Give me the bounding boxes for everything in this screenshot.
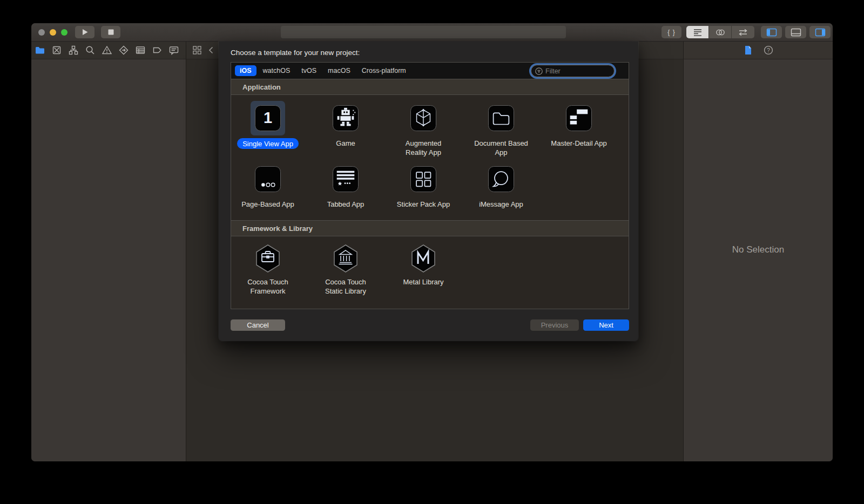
game-robot-icon (333, 105, 359, 131)
selected-template-highlight: 1 (251, 101, 285, 135)
filter-field[interactable] (531, 65, 615, 77)
activity-viewer (281, 26, 566, 38)
cancel-button[interactable]: Cancel (231, 319, 285, 331)
stop-icon (108, 29, 114, 35)
previous-button[interactable]: Previous (530, 319, 579, 331)
message-bubble-icon (488, 166, 514, 192)
toggle-inspector-panel-button[interactable] (809, 26, 831, 38)
tab-cross-platform[interactable]: Cross-platform (357, 65, 411, 76)
single-view-app-icon: 1 (255, 105, 281, 131)
help-inspector-tab-icon[interactable]: ? (763, 45, 774, 56)
library-button[interactable]: { } (662, 26, 681, 38)
assistant-editor-button[interactable] (709, 26, 732, 38)
bank-hexagon-icon (328, 243, 363, 274)
issue-navigator-tab[interactable] (98, 42, 115, 59)
ar-cube-icon (410, 105, 436, 131)
debug-navigator-tab[interactable] (132, 42, 148, 59)
braces-icon: { } (667, 29, 675, 36)
section-header-application: Application (231, 79, 629, 95)
back-chevron-icon[interactable] (207, 45, 215, 56)
speech-bubble-icon (168, 45, 179, 56)
no-selection-label: No Selection (684, 244, 833, 255)
right-panel-icon (815, 28, 826, 37)
inspector-panel: ? No Selection (683, 42, 833, 461)
template-page-based-app[interactable]: Page-Based App (229, 162, 307, 223)
sticker-grid-icon (410, 166, 436, 192)
standard-editor-button[interactable] (686, 26, 709, 38)
template-sticker-pack-app[interactable]: Sticker Pack App (384, 162, 462, 223)
filter-icon (535, 67, 543, 76)
panel-toggle-group (761, 26, 831, 38)
tab-macos[interactable]: macOS (323, 65, 355, 76)
run-button[interactable] (75, 26, 94, 38)
warning-triangle-icon (102, 45, 112, 56)
editor-mode-segmented-control (686, 26, 754, 38)
tab-watchos[interactable]: watchOS (258, 65, 295, 76)
folder-icon (35, 45, 45, 56)
navigator-tab-bar (31, 42, 186, 59)
find-navigator-tab[interactable] (82, 42, 98, 59)
next-button[interactable]: Next (583, 319, 629, 331)
hierarchy-icon (68, 45, 79, 56)
report-navigator-tab[interactable] (165, 42, 182, 59)
diamond-arrow-icon (118, 45, 129, 56)
interlocked-circles-icon (715, 28, 726, 37)
symbol-navigator-tab[interactable] (65, 42, 82, 59)
compare-arrows-icon (738, 28, 748, 37)
breakpoint-tag-icon (152, 45, 163, 56)
dialog-button-row: Cancel Previous Next (231, 319, 629, 331)
template-document-based-app[interactable]: Document Based App (462, 101, 540, 162)
question-mark-glyph: ? (767, 47, 770, 53)
template-master-detail-app[interactable]: Master-Detail App (540, 101, 618, 162)
navigator-sidebar (31, 42, 186, 461)
page-dots-icon (255, 166, 281, 192)
template-label-selected: Single View App (237, 138, 299, 149)
inspector-tab-bar: ? (684, 42, 833, 59)
square-x-icon (51, 45, 62, 56)
template-tabbed-app[interactable]: Tabbed App (307, 162, 384, 223)
project-navigator-tab[interactable] (31, 42, 48, 59)
text-lines-icon (692, 28, 703, 37)
briefcase-hexagon-icon (251, 243, 285, 274)
minimize-window-button[interactable] (50, 29, 56, 36)
stop-button[interactable] (101, 26, 120, 38)
metal-hexagon-icon (406, 243, 441, 274)
play-icon (82, 29, 89, 36)
title-bar: { } (31, 23, 833, 42)
zoom-window-button[interactable] (61, 29, 68, 36)
template-cocoa-touch-framework[interactable]: Cocoa Touch Framework (229, 243, 307, 304)
bottom-panel-icon (791, 28, 801, 37)
framework-template-grid: Cocoa Touch Framework Cocoa Touch Static… (229, 236, 626, 309)
navigator-content-empty (31, 59, 186, 461)
platform-tab-bar: iOS watchOS tvOS macOS Cross-platform (231, 63, 629, 79)
filter-input[interactable] (545, 67, 611, 75)
table-rows-icon (135, 45, 146, 56)
new-project-template-dialog: Choose a template for your new project: … (219, 42, 638, 341)
inspector-content: No Selection (684, 59, 833, 461)
template-metal-library[interactable]: Metal Library (384, 243, 462, 304)
magnifier-icon (85, 45, 96, 56)
template-single-view-app[interactable]: 1 Single View App (229, 101, 307, 162)
template-game[interactable]: Game (307, 101, 384, 162)
left-panel-icon (766, 28, 777, 37)
split-view-icon (566, 105, 592, 131)
breakpoint-navigator-tab[interactable] (148, 42, 165, 59)
related-items-icon[interactable] (192, 45, 202, 56)
tab-ios[interactable]: iOS (235, 65, 256, 76)
test-navigator-tab[interactable] (115, 42, 132, 59)
template-imessage-app[interactable]: iMessage App (462, 162, 540, 223)
tab-tvos[interactable]: tvOS (296, 65, 321, 76)
file-inspector-tab-icon[interactable] (742, 45, 753, 56)
source-control-navigator-tab[interactable] (48, 42, 65, 59)
version-editor-button[interactable] (732, 26, 754, 38)
toggle-debug-area-button[interactable] (785, 26, 806, 38)
application-template-grid: 1 Single View App Game (229, 95, 626, 220)
dialog-title: Choose a template for your new project: (231, 49, 360, 57)
template-augmented-reality-app[interactable]: Augmented Reality App (384, 101, 462, 162)
template-cocoa-touch-static-library[interactable]: Cocoa Touch Static Library (307, 243, 384, 304)
section-header-framework-library: Framework & Library (231, 220, 629, 236)
toggle-navigator-panel-button[interactable] (761, 26, 782, 38)
close-window-button[interactable] (38, 29, 45, 36)
tab-bar-icon (333, 166, 359, 192)
template-chooser-box: iOS watchOS tvOS macOS Cross-platform Ap… (231, 62, 629, 309)
